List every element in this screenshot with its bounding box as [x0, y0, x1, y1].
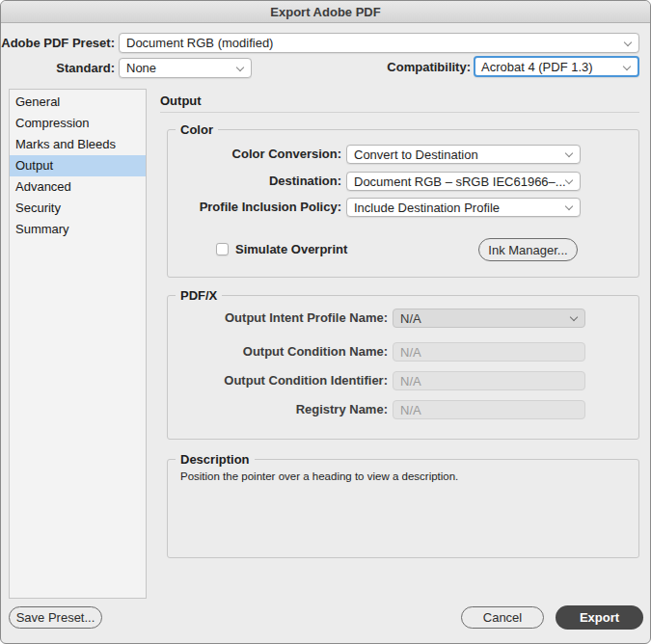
- pdfx-group-legend: PDF/X: [176, 287, 222, 304]
- sidebar-item-output[interactable]: Output: [10, 155, 146, 176]
- output-condition-identifier-label: Output Condition Identifier:: [168, 371, 388, 390]
- sidebar-item-security[interactable]: Security: [10, 198, 146, 219]
- description-text: Position the pointer over a heading to v…: [180, 470, 458, 482]
- adobe-pdf-preset-value: Document RGB (modified): [126, 36, 273, 50]
- destination-select[interactable]: Document RGB – sRGB IEC61966–...: [346, 172, 581, 191]
- adobe-pdf-preset-label: Adobe PDF Preset:: [1, 33, 115, 53]
- panel-heading: Output: [160, 94, 202, 108]
- color-conversion-label: Color Conversion:: [168, 145, 341, 164]
- output-condition-name-value: N/A: [400, 345, 421, 360]
- output-condition-identifier-value: N/A: [400, 374, 421, 389]
- heading-divider: [160, 112, 639, 113]
- standard-label: Standard:: [1, 58, 115, 78]
- sidebar-item-general[interactable]: General: [10, 92, 146, 113]
- description-group: Description Position the pointer over a …: [167, 459, 639, 558]
- export-button-label: Export: [580, 610, 619, 625]
- save-preset-button[interactable]: Save Preset...: [9, 606, 102, 629]
- chevron-down-icon: [565, 176, 573, 184]
- profile-inclusion-policy-value: Include Destination Profile: [354, 201, 500, 215]
- sidebar-item-summary[interactable]: Summary: [10, 219, 146, 240]
- chevron-down-icon: [623, 63, 631, 70]
- cancel-button-label: Cancel: [483, 610, 522, 625]
- registry-name-field: N/A: [393, 400, 585, 419]
- category-list: General Compression Marks and Bleeds Out…: [9, 89, 147, 599]
- compatibility-select[interactable]: Acrobat 4 (PDF 1.3): [474, 56, 639, 77]
- destination-value: Document RGB – sRGB IEC61966–...: [354, 174, 566, 189]
- compatibility-value: Acrobat 4 (PDF 1.3): [481, 60, 593, 74]
- ink-manager-button[interactable]: Ink Manager...: [478, 238, 578, 261]
- color-conversion-select[interactable]: Convert to Destination: [346, 145, 581, 164]
- ink-manager-button-label: Ink Manager...: [488, 243, 567, 257]
- registry-name-label: Registry Name:: [168, 400, 388, 419]
- chevron-down-icon: [565, 149, 573, 157]
- export-adobe-pdf-dialog: Export Adobe PDF Adobe PDF Preset: Docum…: [0, 0, 651, 644]
- destination-label: Destination:: [168, 172, 341, 191]
- output-condition-name-field: N/A: [393, 342, 585, 362]
- dialog-title: Export Adobe PDF: [270, 5, 380, 19]
- sidebar-item-advanced[interactable]: Advanced: [10, 176, 146, 198]
- pdfx-group: PDF/X Output Intent Profile Name: N/A Ou…: [167, 295, 639, 440]
- output-intent-profile-name-select: N/A: [393, 309, 585, 328]
- output-intent-profile-name-label: Output Intent Profile Name:: [168, 309, 388, 328]
- chevron-down-icon: [624, 39, 632, 46]
- export-button[interactable]: Export: [556, 605, 643, 630]
- registry-name-value: N/A: [400, 403, 421, 417]
- adobe-pdf-preset-select[interactable]: Document RGB (modified): [119, 33, 639, 53]
- output-condition-name-label: Output Condition Name:: [168, 342, 388, 362]
- output-intent-profile-name-value: N/A: [400, 311, 421, 326]
- title-bar: Export Adobe PDF: [1, 1, 650, 23]
- chevron-down-icon: [236, 64, 244, 71]
- profile-inclusion-policy-label: Profile Inclusion Policy:: [168, 198, 341, 217]
- color-conversion-value: Convert to Destination: [354, 148, 478, 162]
- chevron-down-icon: [565, 202, 573, 210]
- standard-value: None: [126, 61, 156, 75]
- save-preset-button-label: Save Preset...: [16, 610, 95, 625]
- sidebar-item-compression[interactable]: Compression: [10, 113, 146, 134]
- cancel-button[interactable]: Cancel: [461, 606, 544, 629]
- color-group-legend: Color: [176, 121, 218, 138]
- color-group: Color Color Conversion: Convert to Desti…: [167, 129, 639, 278]
- description-group-legend: Description: [176, 451, 255, 468]
- output-condition-identifier-field: N/A: [393, 371, 585, 390]
- profile-inclusion-policy-select[interactable]: Include Destination Profile: [346, 198, 581, 217]
- simulate-overprint-label[interactable]: Simulate Overprint: [235, 240, 347, 259]
- standard-select[interactable]: None: [119, 58, 252, 78]
- compatibility-label: Compatibility:: [290, 57, 471, 77]
- chevron-down-icon: [570, 313, 578, 321]
- sidebar-item-marks-and-bleeds[interactable]: Marks and Bleeds: [10, 134, 146, 155]
- simulate-overprint-checkbox[interactable]: [216, 243, 229, 255]
